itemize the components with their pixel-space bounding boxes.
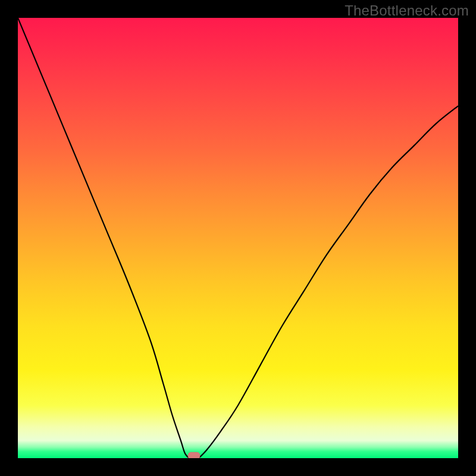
plot-area [18, 18, 458, 458]
minimum-marker [188, 452, 200, 458]
chart-frame: TheBottleneck.com [0, 0, 476, 476]
bottleneck-curve-svg [18, 18, 458, 458]
bottleneck-curve [18, 18, 458, 458]
watermark-text: TheBottleneck.com [345, 2, 469, 19]
